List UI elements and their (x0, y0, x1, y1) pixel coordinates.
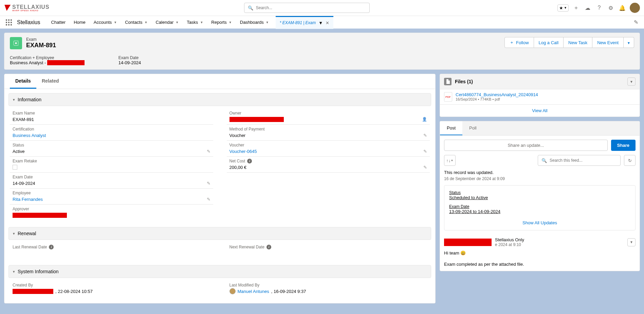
retake-checkbox (13, 165, 17, 170)
edit-employee-icon[interactable]: ✎ (207, 197, 210, 202)
star-icon: ★ (559, 5, 563, 11)
tab-details[interactable]: Details (10, 74, 36, 89)
feed-post: hidden Stellaxius Only e 2024 at 9:10 ▼ … (444, 237, 636, 267)
nav-dashboards[interactable]: Dashboards▼ (236, 16, 273, 29)
add-button[interactable]: ＋ (572, 4, 580, 12)
employee-link[interactable]: Rita Fernandes (13, 197, 43, 202)
nav-contacts[interactable]: Contacts▼ (121, 16, 151, 29)
voucher-link[interactable]: Voucher-0645 (229, 149, 257, 154)
section-system-info-header[interactable]: ▾ System Information (8, 265, 431, 278)
field-created-by: Created By hidden, 22-08-2024 10:57 (10, 281, 213, 296)
notifications-button[interactable]: 🔔 (618, 4, 626, 12)
post-visibility: Stellaxius Only (495, 237, 524, 242)
file-item[interactable]: PDF Cert4860774_BusinessAnalyst_20240914… (440, 89, 640, 104)
view-all-files-link[interactable]: View All (532, 108, 547, 113)
edit-voucher-icon[interactable]: ✎ (423, 149, 427, 154)
nav-reports[interactable]: Reports▼ (207, 16, 236, 29)
nav-calendar[interactable]: Calendar▼ (151, 16, 183, 29)
chevron-down-icon: ▼ (229, 21, 232, 24)
info-icon[interactable]: i (266, 245, 271, 249)
chevron-down-icon: ▾ (13, 98, 15, 102)
file-icon (444, 78, 452, 85)
feed-search[interactable]: 🔍 (538, 155, 621, 166)
show-all-updates-link[interactable]: Show All Updates (522, 220, 557, 225)
chevron-down-icon: ▾ (13, 231, 15, 236)
highlight-cert-value: Business Analyst - hidden (10, 60, 85, 65)
post-menu-button[interactable]: ▼ (627, 238, 636, 246)
help-button[interactable]: ? (595, 4, 603, 12)
chevron-down-icon: ▼ (145, 21, 148, 24)
record-title: EXAM-891 (26, 42, 56, 49)
app-launcher-icon[interactable] (4, 18, 14, 27)
avatar-icon (229, 288, 236, 294)
global-header: STELLAXIUS WARP SPEED AHEAD 🔍 ★ ▼ ＋ ☁ ? … (0, 0, 644, 16)
field-exam-date: Exam Date 14-09-2024✎ (10, 173, 213, 189)
edit-nav-button[interactable]: ✎ (632, 18, 640, 27)
feed-update-time: 16 de September de 2024 at 9:09 (444, 176, 636, 181)
field-method-of-payment: Method of Payment Voucher✎ (227, 125, 430, 141)
section-title: Renewal (18, 231, 36, 236)
share-button[interactable]: Share (611, 140, 636, 151)
edit-status-icon[interactable]: ✎ (207, 149, 210, 154)
feed-sort-button[interactable]: ↑↓ ▼ (444, 155, 456, 166)
new-task-button[interactable]: New Task (564, 37, 592, 48)
workspace-tab-exam-891[interactable]: * EXAM-891 | Exam ▼ ✕ (276, 16, 333, 29)
field-last-modified-by: Last Modified By Manuel Antunes , 16-09-… (227, 281, 430, 296)
feed-search-input[interactable] (550, 158, 617, 163)
change-owner-icon[interactable]: 👤 (422, 117, 427, 122)
nav-tasks[interactable]: Tasks▼ (183, 16, 207, 29)
chevron-down-icon: ▼ (564, 6, 567, 10)
section-information-header[interactable]: ▾ Information (8, 93, 431, 106)
edit-payment-icon[interactable]: ✎ (423, 133, 427, 138)
chatter-feed: Post Poll Share an update... Share ↑↓ ▼ … (440, 121, 640, 271)
chevron-down-icon: ▼ (114, 21, 117, 24)
files-menu-button[interactable]: ▼ (627, 77, 636, 86)
feed-refresh-button[interactable]: ↻ (624, 155, 636, 166)
salesforce-help-icon[interactable]: ☁ (584, 4, 592, 12)
info-icon[interactable]: i (247, 159, 252, 163)
field-approver: Approver hidden (10, 205, 213, 220)
info-icon[interactable]: i (49, 245, 54, 249)
certification-link[interactable]: Business Analyst (13, 133, 46, 138)
global-search-input[interactable] (256, 5, 366, 10)
field-exam-name: Exam Name EXAM-891 (10, 109, 213, 125)
global-search[interactable]: 🔍 (244, 3, 370, 13)
file-link[interactable]: Cert4860774_BusinessAnalyst_20240914 (456, 92, 538, 97)
more-actions-button[interactable]: ▼ (624, 37, 634, 48)
pencil-icon: ✎ (634, 19, 638, 25)
setup-button[interactable]: ⚙ (607, 4, 615, 12)
section-title: System Information (18, 269, 59, 274)
highlight-date-value: 14-09-2024 (118, 60, 141, 65)
pdf-icon: PDF (444, 92, 452, 102)
feed-update-detail: Status Scheduled to Active Exam Date 13-… (444, 185, 636, 230)
feed-composer-input[interactable]: Share an update... (444, 140, 608, 151)
edit-exam-date-icon[interactable]: ✎ (207, 181, 210, 186)
nav-accounts[interactable]: Accounts▼ (90, 16, 121, 29)
modified-by-link[interactable]: Manuel Antunes (238, 289, 269, 294)
post-author-redacted: hidden (444, 239, 492, 246)
edit-netcost-icon[interactable]: ✎ (423, 165, 427, 170)
chevron-down-icon: ▾ (13, 269, 15, 274)
tab-related[interactable]: Related (36, 74, 65, 89)
user-avatar[interactable] (630, 3, 640, 13)
nav-chatter[interactable]: Chatter (47, 16, 70, 29)
record-header: Exam EXAM-891 ＋Follow Log a Call New Tas… (4, 33, 640, 70)
org-logo[interactable]: STELLAXIUS WARP SPEED AHEAD (4, 4, 50, 12)
close-tab-icon[interactable]: ✕ (326, 20, 329, 25)
field-employee: Employee Rita Fernandes✎ (10, 189, 213, 205)
app-navigation: Stellaxius Chatter Home Accounts▼ Contac… (0, 16, 644, 29)
field-certification: Certification Business Analyst (10, 125, 213, 141)
files-card-title: Files (1) (455, 79, 473, 84)
feed-tab-poll[interactable]: Poll (462, 121, 483, 135)
nav-home[interactable]: Home (70, 16, 90, 29)
favorites-button[interactable]: ★ ▼ (557, 4, 569, 12)
feed-tab-post[interactable]: Post (440, 121, 462, 135)
follow-button[interactable]: ＋Follow (504, 37, 534, 48)
new-event-button[interactable]: New Event (592, 37, 624, 48)
section-renewal-header[interactable]: ▾ Renewal (8, 227, 431, 240)
field-owner: Owner hidden👤 (227, 109, 430, 125)
chevron-down-icon[interactable]: ▼ (318, 20, 323, 25)
field-voucher: Voucher Voucher-0645✎ (227, 141, 430, 157)
post-body-line1: Hi team 😀 (444, 250, 636, 256)
log-call-button[interactable]: Log a Call (534, 37, 564, 48)
